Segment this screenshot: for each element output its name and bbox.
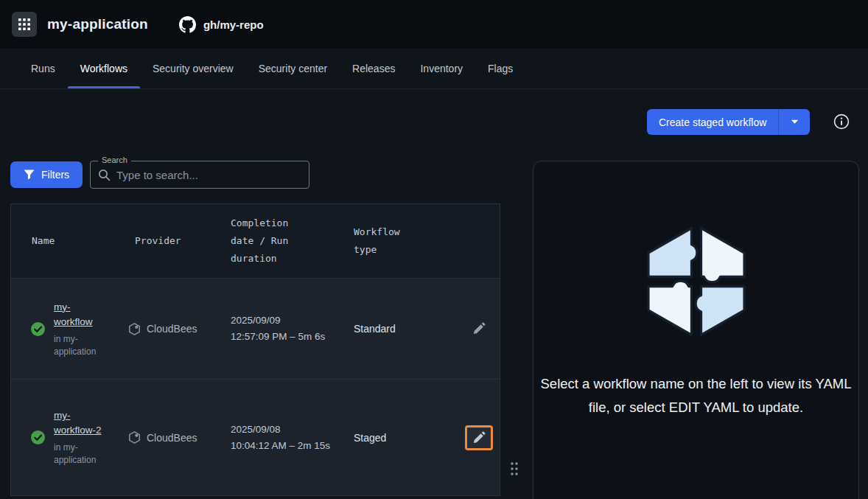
tab-label: Releases [352, 63, 395, 74]
completion-time: 12:57:09 PM – 5m 6s [231, 329, 348, 345]
search-field: Search [90, 161, 309, 189]
filters-label: Filters [41, 169, 69, 181]
tab-releases[interactable]: Releases [340, 49, 407, 88]
tab-security-center[interactable]: Security center [246, 49, 340, 88]
cloudbees-icon [127, 430, 141, 444]
tab-inventory[interactable]: Inventory [407, 49, 475, 88]
table-row: my-workflow-2 in my-application CloudBee… [11, 379, 500, 495]
app-title: my-application [47, 16, 148, 32]
tab-label: Runs [31, 63, 55, 74]
tab-security-overview[interactable]: Security overview [140, 49, 246, 88]
pencil-icon [472, 431, 486, 444]
tab-bar: Runs Workflows Security overview Securit… [0, 49, 868, 89]
success-check-icon [30, 321, 46, 337]
cloudbees-icon [127, 322, 141, 336]
status-cell [21, 321, 54, 337]
edit-workflow-button-focused[interactable] [465, 425, 493, 450]
workflow-scope: in my-application [54, 442, 107, 467]
grid-icon [18, 18, 30, 30]
table-header-row: Name Provider Completion date / Run dura… [11, 204, 500, 278]
tab-runs[interactable]: Runs [18, 49, 68, 88]
completion-date: 2025/09/09 [231, 313, 348, 329]
search-icon [98, 169, 111, 181]
tab-label: Workflows [80, 63, 127, 74]
tab-label: Security center [259, 63, 327, 74]
success-check-icon [30, 430, 46, 445]
provider-cell: CloudBees [127, 322, 222, 336]
edit-cell [459, 425, 500, 450]
filters-button[interactable]: Filters [10, 161, 83, 188]
column-header-name: Name [21, 232, 127, 250]
tab-label: Inventory [420, 63, 463, 74]
column-header-workflow-type: Workflow type [348, 223, 408, 259]
tab-label: Security overview [153, 63, 234, 74]
provider-name: CloudBees [147, 323, 197, 335]
tab-workflows[interactable]: Workflows [68, 49, 140, 88]
top-header: my-application gh/my-repo [0, 0, 868, 49]
provider-cell: CloudBees [127, 430, 222, 444]
table-row: my-workflow in my-application CloudBees … [11, 278, 500, 379]
app-launcher-button[interactable] [12, 12, 37, 37]
completion-cell: 2025/09/09 12:57:09 PM – 5m 6s [222, 313, 348, 345]
column-header-completion: Completion date / Run duration [222, 214, 295, 268]
info-icon [833, 113, 850, 130]
tab-label: Flags [488, 63, 513, 74]
status-cell [21, 430, 54, 445]
github-icon [179, 16, 196, 33]
column-header-provider: Provider [127, 232, 222, 250]
search-input[interactable] [116, 169, 301, 181]
workflow-type-cell: Standard [348, 323, 459, 335]
info-button[interactable] [833, 113, 850, 130]
workflows-table: Name Provider Completion date / Run dura… [10, 203, 500, 496]
provider-name: CloudBees [147, 432, 197, 444]
chevron-down-icon [791, 119, 799, 125]
repo-name: gh/my-repo [203, 18, 264, 31]
edit-cell [459, 316, 500, 341]
create-workflow-dropdown-button[interactable] [778, 109, 810, 135]
workflow-type-cell: Staged [348, 432, 459, 444]
drag-dots-icon [508, 461, 520, 477]
edit-workflow-button[interactable] [465, 316, 493, 341]
name-cell: my-workflow-2 in my-application [54, 408, 127, 467]
filter-funnel-icon [24, 170, 35, 180]
completion-date: 2025/09/08 [231, 422, 348, 438]
puzzle-hexagon-illustration [638, 216, 755, 347]
repo-link[interactable]: gh/my-repo [179, 16, 264, 33]
create-staged-workflow-button[interactable]: Create staged workflow [647, 109, 778, 135]
workflow-name-link[interactable]: my-workflow [54, 300, 102, 329]
search-field-label: Search [98, 156, 131, 164]
workflow-scope: in my-application [54, 333, 107, 358]
workflow-name-link[interactable]: my-workflow-2 [54, 408, 102, 438]
tab-flags[interactable]: Flags [475, 49, 525, 88]
pencil-icon [472, 322, 486, 335]
panel-message: Select a workflow name on the left to vi… [537, 372, 855, 419]
pane-resize-handle[interactable] [508, 461, 520, 477]
create-workflow-split-button: Create staged workflow [647, 109, 810, 135]
completion-time: 10:04:12 AM – 2m 15s [231, 438, 348, 454]
completion-cell: 2025/09/08 10:04:12 AM – 2m 15s [222, 422, 348, 454]
yaml-preview-panel: Select a workflow name on the left to vi… [533, 161, 859, 499]
name-cell: my-workflow in my-application [54, 300, 127, 358]
